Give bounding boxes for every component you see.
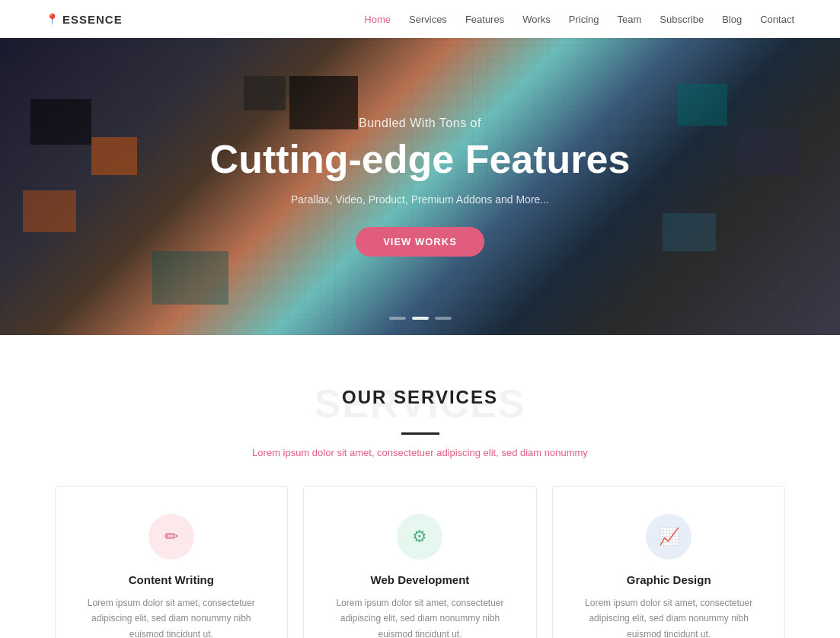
dot-3[interactable] <box>435 317 452 320</box>
hero-section: Bundled With Tons of Cutting-edge Featur… <box>0 38 840 335</box>
dot-2[interactable] <box>412 317 429 320</box>
nav-services[interactable]: Services <box>409 14 447 25</box>
nav-features[interactable]: Features <box>465 14 504 25</box>
hero-cta-button[interactable]: VIEW WORKS <box>356 227 484 257</box>
graphic-design-desc: Lorem ipsum dolor sit amet, consectetuer… <box>571 595 767 638</box>
gear-icon: ⚙ <box>412 527 427 547</box>
services-title: OUR SERVICES <box>46 381 794 408</box>
pixel-block-9 <box>152 251 228 305</box>
chart-icon: 📈 <box>659 527 679 547</box>
graphic-design-name: Graphic Design <box>571 573 767 586</box>
logo[interactable]: 📍 ESSENCE <box>46 13 123 26</box>
hero-content: Bundled With Tons of Cutting-edge Featur… <box>210 116 631 257</box>
pixel-block-6 <box>678 84 727 126</box>
service-card-graphic-design: 📈 Graphic Design Lorem ipsum dolor sit a… <box>552 486 786 638</box>
nav-subscribe[interactable]: Subscribe <box>660 14 704 25</box>
nav-team[interactable]: Team <box>618 14 642 25</box>
web-development-desc: Lorem ipsum dolor sit amet, consectetuer… <box>322 595 518 638</box>
services-watermark-container: Services OUR SERVICES <box>46 381 794 426</box>
pixel-block-7 <box>739 129 800 175</box>
hero-subtitle: Bundled With Tons of <box>210 116 631 130</box>
pixel-block-5 <box>244 76 286 110</box>
pixel-block-2 <box>91 137 137 175</box>
pixel-block-8 <box>663 213 716 251</box>
service-card-content-writing: ✏ Content Writing Lorem ipsum dolor sit … <box>55 486 289 638</box>
nav-contact[interactable]: Contact <box>760 14 794 25</box>
nav-links: Home Services Features Works Pricing Tea… <box>364 12 794 26</box>
dot-1[interactable] <box>389 317 406 320</box>
logo-pin-icon: 📍 <box>46 13 59 25</box>
hero-dots <box>389 317 452 320</box>
content-writing-icon-wrap: ✏ <box>149 514 194 560</box>
hero-description: Parallax, Video, Product, Premium Addons… <box>210 193 631 206</box>
services-subtitle: Lorem ipsum dolor sit amet, consectetuer… <box>46 447 794 458</box>
nav-works[interactable]: Works <box>522 14 551 25</box>
services-title-underline <box>401 432 439 435</box>
pixel-block-3 <box>23 190 76 232</box>
content-writing-name: Content Writing <box>74 573 270 586</box>
hero-title: Cutting-edge Features <box>210 138 631 181</box>
service-cards-grid: ✏ Content Writing Lorem ipsum dolor sit … <box>55 486 786 638</box>
graphic-design-icon-wrap: 📈 <box>646 514 691 560</box>
nav-home[interactable]: Home <box>364 14 391 25</box>
nav-pricing[interactable]: Pricing <box>569 14 599 25</box>
brand-name: ESSENCE <box>62 13 123 26</box>
pixel-block-1 <box>30 99 91 145</box>
service-card-web-development: ⚙ Web Development Lorem ipsum dolor sit … <box>303 486 537 638</box>
nav-blog[interactable]: Blog <box>722 14 742 25</box>
services-section: Services OUR SERVICES Lorem ipsum dolor … <box>0 335 840 638</box>
web-development-name: Web Development <box>322 573 518 586</box>
content-writing-desc: Lorem ipsum dolor sit amet, consectetuer… <box>74 595 270 638</box>
web-dev-icon-wrap: ⚙ <box>397 514 442 560</box>
pencil-icon: ✏ <box>164 527 178 547</box>
navbar: 📍 ESSENCE Home Services Features Works P… <box>0 0 840 38</box>
